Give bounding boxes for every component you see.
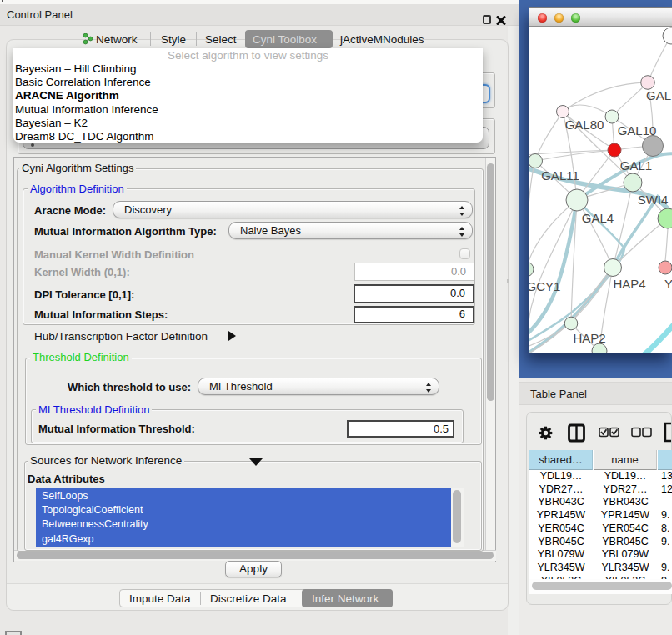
svg-text:GAL7: GAL7 [646,88,672,102]
svg-text:HAP4: HAP4 [613,277,645,291]
svg-text:GAL1: GAL1 [620,158,652,172]
svg-text:GCY1: GCY1 [529,279,560,293]
svg-text:HAP2: HAP2 [573,331,605,345]
svg-text:GAL11: GAL11 [541,168,579,182]
svg-text:GAL10: GAL10 [618,123,657,138]
svg-text:GAL4: GAL4 [582,211,614,225]
svg-text:YJ: YJ [664,277,672,291]
svg-text:GAL80: GAL80 [565,118,604,132]
svg-text:SWI4: SWI4 [638,192,669,207]
